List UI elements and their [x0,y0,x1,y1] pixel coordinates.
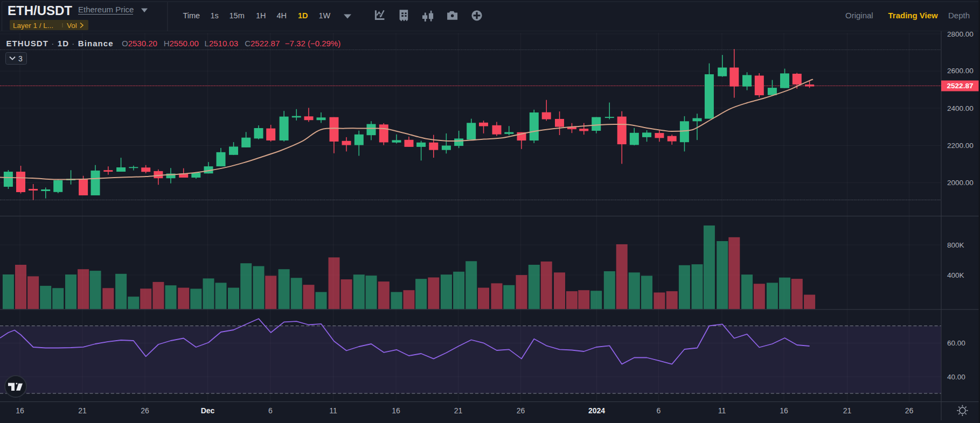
svg-text:2024: 2024 [588,406,605,415]
svg-text:60.00: 60.00 [947,339,965,347]
svg-text:Dec: Dec [201,406,215,415]
svg-text:6: 6 [657,406,661,415]
svg-text:Vol: Vol [67,22,77,30]
svg-text:2522.87: 2522.87 [947,82,974,90]
svg-text:21: 21 [78,406,87,415]
svg-text:11: 11 [718,406,726,415]
svg-text:4H: 4H [277,11,287,20]
svg-text:Ethereum Price: Ethereum Price [78,5,134,14]
svg-text:H2550.00: H2550.00 [164,39,199,48]
svg-text:Trading View: Trading View [888,11,939,20]
svg-text:−7.32 (−0.29%): −7.32 (−0.29%) [285,39,340,48]
svg-text:16: 16 [780,406,788,415]
svg-text:2600.00: 2600.00 [947,67,974,75]
svg-text:2200.00: 2200.00 [947,142,974,150]
svg-text:C2522.87: C2522.87 [245,39,280,48]
svg-text:O2530.20: O2530.20 [122,39,157,48]
svg-text:21: 21 [843,406,852,415]
svg-text:2000.00: 2000.00 [947,179,974,187]
svg-text:15m: 15m [230,11,245,20]
svg-text:1W: 1W [319,11,331,20]
svg-text:2400.00: 2400.00 [947,104,974,112]
svg-text:ETH/USDT: ETH/USDT [8,3,72,18]
svg-text:16: 16 [16,406,24,415]
svg-text:L2510.03: L2510.03 [205,39,239,48]
svg-text:Depth: Depth [948,11,970,20]
svg-text:26: 26 [517,406,525,415]
svg-text:40.00: 40.00 [947,373,965,381]
svg-text:ETHUSDT · 1D · Binance: ETHUSDT · 1D · Binance [6,39,114,48]
svg-text:Layer 1 / L...: Layer 1 / L... [13,22,53,30]
svg-text:Original: Original [845,11,873,20]
svg-text:6: 6 [268,406,273,415]
svg-text:1H: 1H [256,11,266,20]
svg-text:26: 26 [141,406,149,415]
svg-text:11: 11 [329,406,337,415]
svg-text:1D: 1D [298,11,308,20]
svg-text:26: 26 [905,406,914,415]
svg-text:Time: Time [183,11,200,20]
svg-text:400K: 400K [947,271,964,279]
svg-text:800K: 800K [947,241,964,249]
svg-text:21: 21 [454,406,463,415]
svg-text:3: 3 [18,54,23,63]
svg-text:16: 16 [392,406,400,415]
svg-text:1s: 1s [211,11,219,20]
